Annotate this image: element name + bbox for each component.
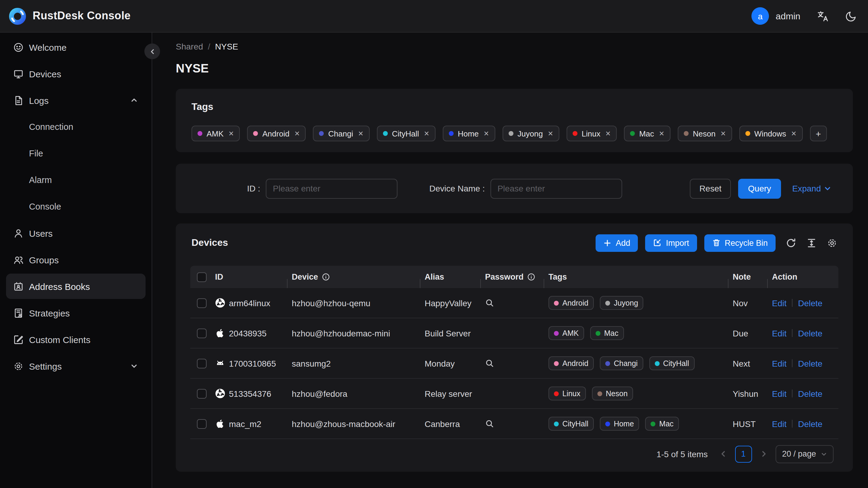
remove-tag-icon[interactable]: ✕	[659, 129, 664, 138]
remove-tag-icon[interactable]: ✕	[720, 129, 726, 138]
user-menu[interactable]: a admin	[751, 7, 800, 25]
import-button[interactable]: Import	[645, 234, 697, 251]
tag-color-dot	[684, 131, 689, 136]
remove-tag-icon[interactable]: ✕	[294, 129, 300, 138]
table-row: 20438935hzhou@hzhoudemac-miniBuild Serve…	[190, 318, 838, 348]
sidebar-item-groups[interactable]: Groups	[6, 247, 146, 272]
file-text-icon	[13, 95, 24, 105]
device-table-body: arm64linuxhzhou@hzhou-qemuHappyValleyAnd…	[190, 288, 838, 439]
device-name: hzhou@fedora	[287, 389, 420, 398]
sidebar-item-address-books[interactable]: Address Books	[6, 274, 146, 299]
info-icon[interactable]	[322, 273, 330, 281]
remove-tag-icon[interactable]: ✕	[228, 129, 234, 138]
edit-link[interactable]: Edit	[772, 359, 786, 368]
column-height-icon[interactable]	[806, 238, 817, 248]
strategy-document-icon	[13, 308, 24, 318]
remove-tag-icon[interactable]: ✕	[791, 129, 797, 138]
row-checkbox[interactable]	[197, 298, 207, 308]
sidebar-item-custom-clients[interactable]: Custom Clients	[6, 327, 146, 352]
delete-link[interactable]: Delete	[798, 328, 823, 338]
edit-link[interactable]: Edit	[772, 389, 786, 398]
ubuntu-os-icon	[215, 388, 225, 399]
add-tag-button[interactable]: +	[810, 126, 827, 141]
sidebar-label: Settings	[29, 361, 62, 371]
column-header-password: Password	[480, 272, 544, 281]
breadcrumb-current: NYSE	[215, 42, 238, 51]
row-tags-cell: AndroidChangiCityHall	[544, 356, 728, 370]
add-device-button[interactable]: Add	[596, 234, 638, 251]
tag-chip: Neson✕	[678, 126, 732, 141]
sidebar-item-welcome[interactable]: Welcome	[6, 34, 146, 60]
refresh-icon[interactable]	[786, 238, 796, 248]
sidebar-item-logs[interactable]: Logs	[6, 88, 146, 113]
column-header-id: ID	[210, 272, 287, 281]
row-action-cell: EditDelete	[767, 419, 838, 428]
apple-os-icon	[215, 419, 225, 429]
row-checkbox[interactable]	[197, 419, 207, 428]
device-note: Next	[728, 359, 767, 368]
action-divider	[792, 299, 793, 307]
sidebar-label: File	[29, 149, 43, 158]
row-checkbox[interactable]	[197, 359, 207, 368]
prev-page-icon[interactable]	[719, 450, 727, 458]
page-size-select[interactable]: 20 / page	[775, 445, 834, 463]
action-divider	[792, 329, 793, 337]
device-name-filter-input[interactable]	[490, 179, 622, 199]
table-row: arm64linuxhzhou@hzhou-qemuHappyValleyAnd…	[190, 288, 838, 318]
recycle-bin-button[interactable]: Recycle Bin	[704, 234, 776, 251]
info-icon[interactable]	[527, 273, 535, 281]
password-search-icon[interactable]	[485, 419, 494, 428]
edit-link[interactable]: Edit	[772, 419, 786, 428]
query-button[interactable]: Query	[738, 179, 781, 199]
remove-tag-icon[interactable]: ✕	[605, 129, 611, 138]
tag-label: CityHall	[663, 359, 689, 367]
remove-tag-icon[interactable]: ✕	[424, 129, 429, 138]
sidebar-item-alarm[interactable]: Alarm	[6, 167, 146, 193]
breadcrumb-shared[interactable]: Shared	[176, 42, 203, 51]
sidebar-item-console[interactable]: Console	[6, 194, 146, 219]
android-os-icon	[215, 358, 225, 368]
sidebar-item-devices[interactable]: Devices	[6, 61, 146, 86]
sidebar-item-file[interactable]: File	[6, 141, 146, 166]
remove-tag-icon[interactable]: ✕	[548, 129, 553, 138]
row-checkbox[interactable]	[197, 389, 207, 398]
sidebar-label: Groups	[29, 254, 59, 265]
language-translate-icon[interactable]	[817, 10, 829, 22]
remove-tag-icon[interactable]: ✕	[484, 129, 489, 138]
chevron-down-icon	[824, 185, 831, 192]
rustdesk-logo-icon	[8, 7, 27, 25]
row-id-cell: mac_m2	[210, 419, 287, 429]
page-1-button[interactable]: 1	[735, 446, 752, 462]
table-settings-gear-icon[interactable]	[827, 238, 837, 248]
tag-label: Neson	[606, 389, 628, 398]
password-search-icon[interactable]	[485, 298, 494, 307]
tag-label: Linux	[582, 129, 600, 138]
dark-mode-moon-icon[interactable]	[845, 10, 857, 22]
delete-link[interactable]: Delete	[798, 359, 823, 368]
tag-label: Home	[614, 420, 634, 428]
edit-link[interactable]: Edit	[772, 298, 786, 308]
chevron-down-icon	[821, 451, 827, 457]
password-search-icon[interactable]	[485, 359, 494, 368]
sidebar-item-connection[interactable]: Connection	[6, 114, 146, 140]
device-name-filter: Device Name :	[430, 179, 622, 199]
sidebar-collapse-button[interactable]	[144, 43, 160, 59]
delete-link[interactable]: Delete	[798, 298, 823, 308]
expand-link[interactable]: Expand	[792, 184, 831, 193]
row-checkbox[interactable]	[197, 328, 207, 338]
sidebar-item-users[interactable]: Users	[6, 220, 146, 246]
delete-link[interactable]: Delete	[798, 419, 823, 428]
remove-tag-icon[interactable]: ✕	[358, 129, 363, 138]
device-alias: Canberra	[420, 419, 480, 428]
edit-link[interactable]: Edit	[772, 328, 786, 338]
sidebar-item-settings[interactable]: Settings	[6, 353, 146, 379]
next-page-icon[interactable]	[760, 450, 768, 458]
reset-button[interactable]: Reset	[690, 179, 731, 199]
delete-link[interactable]: Delete	[798, 389, 823, 398]
devices-card-header: Devices Add Import Recycle Bin	[176, 223, 853, 262]
id-filter-input[interactable]	[266, 179, 398, 199]
select-all-checkbox[interactable]	[197, 272, 207, 282]
sidebar-item-strategies[interactable]: Strategies	[6, 300, 146, 326]
sidebar-label: Connection	[29, 122, 73, 132]
device-note: Yishun	[728, 389, 767, 398]
